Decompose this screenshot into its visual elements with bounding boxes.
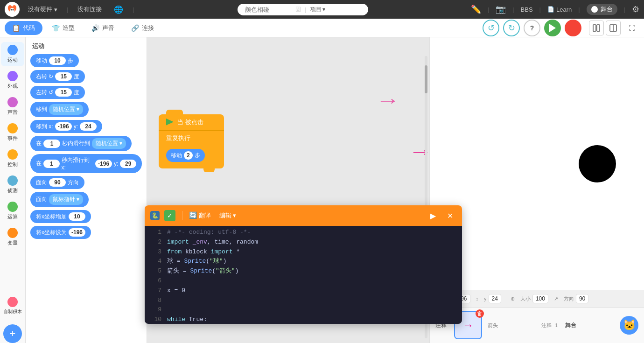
connection-selector[interactable]: 没有连接 xyxy=(74,3,105,15)
tab-sound[interactable]: 🔊 声音 xyxy=(84,21,122,35)
block-change-x[interactable]: 将x坐标增加 10 xyxy=(30,210,142,223)
looks-dot xyxy=(7,71,18,81)
code-line-2: 2 import _env, time, random xyxy=(145,238,462,247)
layout-split-button[interactable] xyxy=(589,21,604,35)
block-turn-right[interactable]: 右转 ↻ 15 度 xyxy=(30,70,142,83)
block-glide-xy-pill[interactable]: 在 1 秒内滑行到 x: -196 y: 29 xyxy=(30,154,142,173)
block-turn-left-pill[interactable]: 左转 ↺ 15 度 xyxy=(30,86,85,99)
block-turn-right-pill[interactable]: 右转 ↻ 15 度 xyxy=(30,70,85,83)
scrollbar-thumb[interactable] xyxy=(425,65,427,93)
learn-label[interactable]: Learn xyxy=(556,6,572,13)
y-field: y 24 xyxy=(484,294,501,303)
nav-right: ✏️ | 📷 | BBS | 📄 Learn | 舞台 | ⚙ xyxy=(471,4,639,15)
code-line-10: 10 while True: xyxy=(145,315,462,324)
edit-menu-btn[interactable]: 编辑 ▾ xyxy=(219,211,237,220)
nav-sep6: | xyxy=(578,6,580,13)
sprite-name-label: 箭头 xyxy=(488,322,498,329)
control-dot xyxy=(7,149,18,160)
size-icon: ⊕ xyxy=(511,296,515,302)
move-value[interactable]: 2 xyxy=(184,151,193,160)
size-field: 大小 100 xyxy=(520,294,548,303)
globe-icon[interactable]: 🌐 xyxy=(110,3,127,16)
stop-button[interactable] xyxy=(565,20,581,36)
hat-label: 当 被点击 xyxy=(177,118,203,126)
block-set-x-pill[interactable]: 将x坐标设为 -196 xyxy=(30,226,91,239)
nav-sep1: | xyxy=(67,6,68,13)
block-goto-xy[interactable]: 移到 x: -196 y: 24 xyxy=(30,120,142,133)
direction-value[interactable]: 90 xyxy=(576,294,588,303)
undo-button[interactable]: ↺ xyxy=(483,20,499,36)
y-value[interactable]: 24 xyxy=(489,294,501,303)
block-goto-xy-pill[interactable]: 移到 x: -196 y: 24 xyxy=(30,120,102,133)
nav-sep2: | xyxy=(133,6,134,13)
scratch-blocks[interactable]: 当 被点击 重复执行 移动 2 步 xyxy=(159,114,224,168)
block-goto-random-pill[interactable]: 移到 随机位置 ▾ xyxy=(30,102,89,117)
code-line-6: 6 xyxy=(145,276,462,286)
block-face-mouse[interactable]: 面向 鼠标指针 ▾ xyxy=(30,192,142,207)
move-block-container[interactable]: 移动 2 步 xyxy=(159,145,224,168)
bbs-link[interactable]: BBS xyxy=(521,6,533,13)
sidebar-item-myblocks[interactable]: 自制积木 xyxy=(1,294,24,318)
block-glide-random[interactable]: 在 1 秒内滑行到 随机位置 ▾ xyxy=(30,136,142,151)
code-line-5: 5 箭头 = Sprite("箭头") xyxy=(145,266,462,276)
sound-tab-icon: 🔊 xyxy=(91,24,99,32)
sidebar-item-control[interactable]: 控制 xyxy=(1,147,24,171)
block-face-direction[interactable]: 面向 90 方向 xyxy=(30,176,142,189)
add-sprite-button[interactable]: 🐱 xyxy=(620,316,638,335)
search-bar[interactable]: 固 | 项目 ▾ xyxy=(238,4,368,15)
project-menu[interactable]: 项目 ▾ xyxy=(310,6,325,14)
block-turn-left[interactable]: 左转 ↺ 15 度 xyxy=(30,86,142,99)
block-goto-random[interactable]: 移到 随机位置 ▾ xyxy=(30,102,142,117)
translate-btn[interactable]: 🔄 翻译 xyxy=(189,211,211,220)
tab-code[interactable]: 📋 代码 xyxy=(5,21,42,35)
tab-costume[interactable]: 👕 造型 xyxy=(44,21,82,35)
search-input[interactable] xyxy=(245,6,292,13)
block-face-mouse-pill[interactable]: 面向 鼠标指针 ▾ xyxy=(30,192,89,207)
sidebar-item-sound[interactable]: 声音 xyxy=(1,94,24,119)
block-move[interactable]: 移动 10 步 xyxy=(30,54,142,67)
block-glide-random-pill[interactable]: 在 1 秒内滑行到 随机位置 ▾ xyxy=(30,136,132,151)
sidebar-item-looks[interactable]: 外观 xyxy=(1,68,24,92)
size-value[interactable]: 100 xyxy=(532,294,548,303)
code-editor[interactable]: 🐍 ✓ 🔄 翻译 编辑 ▾ ▶ ✕ 1 # -*- coding: utf-8 … xyxy=(145,205,462,324)
edit-icon[interactable]: ✏️ xyxy=(471,4,481,14)
block-face-direction-pill[interactable]: 面向 90 方向 xyxy=(30,176,84,189)
sidebar-item-motion[interactable]: 运动 xyxy=(1,42,24,66)
green-flag-button[interactable] xyxy=(544,20,561,36)
camera-icon[interactable]: 📷 xyxy=(496,4,506,14)
add-block-button[interactable]: + xyxy=(3,324,22,343)
sidebar-item-variables[interactable]: 变量 xyxy=(1,225,24,249)
sidebar-item-operators[interactable]: 运算 xyxy=(1,199,24,223)
learn-link[interactable]: 📄 Learn xyxy=(547,6,572,13)
help-button[interactable]: ? xyxy=(524,20,540,36)
stage-dot xyxy=(591,6,598,13)
logo[interactable] xyxy=(5,2,20,17)
settings-icon[interactable]: ⚙ xyxy=(632,4,639,14)
stage-area-label: 舞台 xyxy=(565,322,576,329)
run-button[interactable]: ▶ xyxy=(427,209,440,222)
code-line-4: 4 球 = Sprite("球") xyxy=(145,257,462,266)
layout-buttons xyxy=(589,21,621,35)
fullscreen-button[interactable]: ⛶ xyxy=(624,21,639,35)
sidebar-item-sensing[interactable]: 侦测 xyxy=(1,173,24,197)
hardware-selector[interactable]: 没有硬件 ▾ xyxy=(24,3,61,15)
repeat-block[interactable]: 重复执行 xyxy=(159,130,224,145)
costume-tab-icon: 👕 xyxy=(52,24,60,32)
redo-button[interactable]: ↻ xyxy=(503,20,520,36)
stage-button[interactable]: 舞台 xyxy=(587,4,617,15)
block-change-x-pill[interactable]: 将x坐标增加 10 xyxy=(30,210,91,223)
tab-link[interactable]: 🔗 连接 xyxy=(124,21,161,35)
tabs-row-right: ↺ ↻ ? ⛶ xyxy=(163,20,639,36)
motion-dot xyxy=(7,45,18,55)
operators-dot xyxy=(7,202,18,212)
sprite-delete-btn[interactable]: 🗑 xyxy=(476,309,484,318)
layout-single-button[interactable] xyxy=(606,21,621,35)
move-block-inner[interactable]: 移动 2 步 xyxy=(166,149,205,162)
sidebar-item-events[interactable]: 事件 xyxy=(1,120,24,145)
block-set-x[interactable]: 将x坐标设为 -196 xyxy=(30,226,142,239)
block-move-pill[interactable]: 移动 10 步 xyxy=(30,54,79,67)
search-sep2: | xyxy=(305,6,306,13)
block-glide-xy[interactable]: 在 1 秒内滑行到 x: -196 y: 29 xyxy=(30,154,142,173)
close-button[interactable]: ✕ xyxy=(443,209,456,222)
check-icon[interactable]: ✓ xyxy=(164,210,175,221)
